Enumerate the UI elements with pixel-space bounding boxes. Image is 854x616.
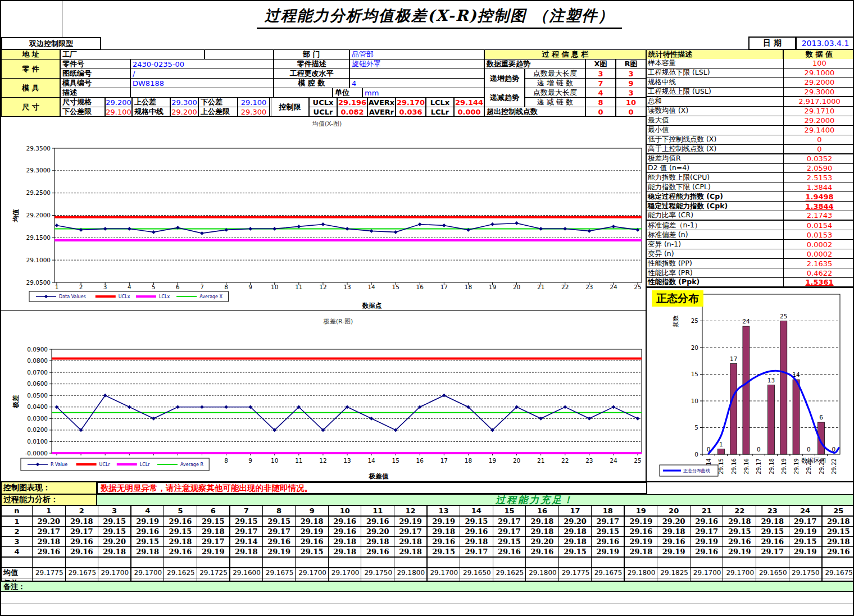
stat-value[interactable]: 100 [783,59,854,68]
table-cell[interactable]: 29.1775 [33,568,66,578]
table-cell[interactable]: 29.1800 [526,568,559,578]
table-cell[interactable]: 29.18 [624,547,657,558]
cavity-value[interactable]: 4 [349,78,484,88]
table-cell[interactable]: 29.18 [164,537,197,547]
table-cell[interactable]: 29.16 [690,547,723,558]
table-cell[interactable]: 29.17 [493,516,526,527]
table-cell[interactable]: 29.15 [262,516,296,527]
table-cell[interactable] [493,557,526,568]
table-cell[interactable]: 29.15 [756,527,789,537]
table-cell[interactable]: 29.1700 [427,568,460,578]
table-cell[interactable]: 29.15 [789,537,822,547]
table-cell[interactable]: 29.18 [427,527,460,537]
table-cell[interactable]: 29.18 [328,547,361,558]
usl-value[interactable]: 29.300 [238,107,270,117]
table-cell[interactable] [756,557,789,568]
part-no-value[interactable]: 2430-0235-00 [130,59,274,69]
table-cell[interactable]: 29.18 [526,527,559,537]
stat-value[interactable]: 29.3000 [783,88,854,96]
table-cell[interactable]: 29.19 [789,527,822,537]
empty-row-1[interactable] [1,592,854,604]
table-cell[interactable]: 29.16 [361,547,394,558]
table-cell[interactable] [230,557,263,568]
table-cell[interactable]: 29.18 [723,516,756,527]
stat-value[interactable]: 0.0002 [783,249,854,258]
table-cell[interactable] [296,557,329,568]
table-cell[interactable] [592,557,625,568]
table-cell[interactable]: 29.19 [296,527,329,537]
table-cell[interactable]: 29.20 [558,516,592,527]
table-cell[interactable]: 29.16 [328,527,361,537]
table-cell[interactable]: 29.16 [65,547,98,558]
table-cell[interactable] [131,557,164,568]
table-cell[interactable]: 29.15 [131,537,164,547]
table-cell[interactable]: 29.16 [822,547,854,558]
stat-value[interactable]: 1.3844 [783,202,854,211]
table-cell[interactable]: 29.15 [558,547,592,558]
table-cell[interactable]: 29.18 [526,516,559,527]
table-cell[interactable]: 29.19 [789,547,822,558]
stat-value[interactable]: 1.9498 [783,192,854,201]
table-cell[interactable]: 29.16 [624,527,657,537]
stat-value[interactable]: 0.4622 [783,268,854,277]
table-cell[interactable]: 29.18 [65,516,98,527]
table-cell[interactable]: 29.15 [592,527,625,537]
table-cell[interactable]: 29.20 [33,516,66,527]
table-cell[interactable]: 29.18 [98,547,131,558]
table-cell[interactable]: 29.16 [164,516,197,527]
table-cell[interactable]: 29.16 [328,516,361,527]
table-cell[interactable]: 29.17 [592,516,625,527]
table-cell[interactable]: 29.16 [296,537,329,547]
dept-value[interactable]: 品管部 [349,49,484,60]
table-cell[interactable]: 29.20 [98,537,131,547]
table-cell[interactable]: 29.1700 [98,568,131,578]
table-cell[interactable] [394,557,428,568]
table-cell[interactable]: 29.1775 [558,568,592,578]
table-cell[interactable]: 29.1700 [131,568,164,578]
factory-field[interactable]: 工厂 [60,49,205,60]
table-cell[interactable]: 29.19 [427,516,460,527]
table-cell[interactable] [65,557,98,568]
table-cell[interactable]: 29.1625 [164,568,197,578]
table-cell[interactable]: 29.16 [460,527,493,537]
table-cell[interactable] [33,557,66,568]
spec-mid-value[interactable]: 29.200 [170,107,198,117]
table-cell[interactable] [690,557,723,568]
table-cell[interactable]: 29.19 [723,547,756,558]
table-cell[interactable]: 29.17 [690,527,723,537]
stat-value[interactable]: 0.0154 [783,221,854,230]
stat-value[interactable]: 2.1635 [783,259,854,268]
table-cell[interactable]: 29.17 [789,516,822,527]
table-cell[interactable]: 29.16 [164,547,197,558]
table-cell[interactable]: 29.15 [197,516,230,527]
table-cell[interactable]: 29.1600 [230,568,263,578]
table-cell[interactable]: 29.17 [460,547,493,558]
table-cell[interactable] [164,557,197,568]
factory-value[interactable] [205,49,274,60]
table-cell[interactable]: 29.18 [296,516,329,527]
table-cell[interactable]: 29.16 [690,516,723,527]
table-cell[interactable]: 29.18 [657,527,691,537]
table-cell[interactable]: 29.14 [230,537,263,547]
table-cell[interactable]: 29.20 [657,516,691,527]
table-cell[interactable]: 29.18 [822,537,854,547]
table-cell[interactable]: 29.15 [296,547,329,558]
stat-value[interactable]: 29.2000 [783,116,854,125]
stat-value[interactable]: 0 [783,135,854,144]
table-cell[interactable] [427,557,460,568]
table-cell[interactable]: 29.16 [592,537,625,547]
table-cell[interactable] [98,557,131,568]
table-cell[interactable]: 29.17 [756,547,789,558]
table-cell[interactable]: 29.16 [361,516,394,527]
table-cell[interactable]: 29.16 [33,547,66,558]
table-cell[interactable]: 29.17 [230,527,263,537]
table-cell[interactable]: 29.1825 [657,568,691,578]
table-cell[interactable]: 29.15 [493,537,526,547]
table-cell[interactable]: 29.17 [493,527,526,537]
stat-value[interactable]: 29.1000 [783,69,854,77]
stat-value[interactable]: 0.0002 [783,240,854,249]
table-cell[interactable]: 29.18 [33,537,66,547]
table-cell[interactable]: 29.19 [131,516,164,527]
table-cell[interactable]: 29.1800 [624,568,657,578]
table-cell[interactable] [558,557,592,568]
